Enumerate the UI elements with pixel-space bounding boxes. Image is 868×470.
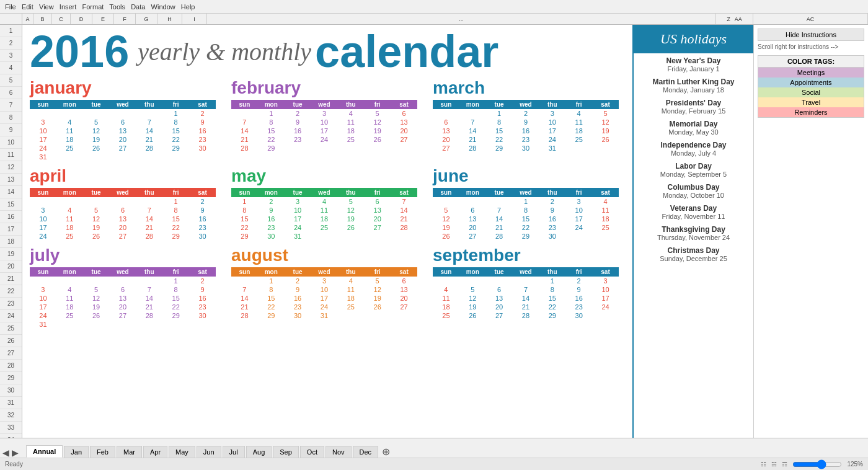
hide-instructions-button[interactable]: Hide Instructions: [758, 29, 864, 41]
scroll-right-text: Scroll right for instructions -->: [758, 43, 864, 50]
holiday-labor-date: Monday, September 5: [640, 171, 747, 178]
calendar-word-display: calendar: [315, 29, 498, 74]
month-june-name: june: [433, 166, 619, 186]
tab-apr[interactable]: Apr: [143, 446, 167, 458]
color-tag-reminders: Reminders: [758, 107, 864, 117]
col-header-z: Z AA: [716, 14, 753, 24]
col-header-d: D: [71, 14, 92, 24]
month-april: april sunmontuewedthufrisat 12 3456789 1…: [30, 166, 216, 241]
holiday-veterans-date: Friday, November 11: [640, 213, 747, 220]
color-tag-appointments: Appointments: [758, 78, 864, 87]
month-march-name: march: [433, 78, 619, 98]
tab-aug[interactable]: Aug: [246, 446, 272, 458]
month-april-name: april: [30, 166, 216, 186]
color-tags-section: COLOR TAGS: Meetings Appointments Social…: [758, 55, 864, 118]
holiday-independence: Independence Day Monday, July 4: [640, 141, 747, 157]
menu-bar: File Edit View Insert Format Tools Data …: [0, 0, 868, 14]
tab-jan[interactable]: Jan: [64, 446, 89, 458]
holiday-memorial: Memorial Day Monday, May 30: [640, 120, 747, 136]
holiday-memorial-date: Monday, May 30: [640, 128, 747, 136]
col-header-i: I: [182, 14, 207, 24]
col-header-rest: ...: [207, 14, 716, 24]
month-january: january sunmontuewedthufrisat 12 3456789…: [30, 78, 216, 161]
month-march-table: sunmontuewedthufrisat 12345 6789101112 1…: [433, 100, 619, 153]
holiday-columbus: Columbus Day Monday, October 10: [640, 183, 747, 199]
holiday-independence-date: Monday, July 4: [640, 149, 747, 157]
tab-annual[interactable]: Annual: [26, 445, 63, 458]
tab-dec[interactable]: Dec: [353, 446, 379, 458]
color-tag-meetings: Meetings: [758, 68, 864, 78]
holiday-christmas: Christmas Day Sunday, December 25: [640, 246, 747, 262]
month-september-table: sunmontuewedthufrisat 123 45678910 11121…: [433, 267, 619, 320]
ready-status: Ready: [5, 461, 23, 468]
tab-nov[interactable]: Nov: [326, 446, 352, 458]
holiday-veterans: Veterans Day Friday, November 11: [640, 204, 747, 220]
tab-may[interactable]: May: [169, 446, 195, 458]
month-january-name: january: [30, 78, 216, 98]
holiday-columbus-date: Monday, October 10: [640, 192, 747, 199]
holiday-new-years-name: New Year's Day: [640, 56, 747, 65]
add-sheet-button[interactable]: ⊕: [382, 446, 390, 458]
tab-jul[interactable]: Jul: [223, 446, 245, 458]
month-may-name: may: [231, 166, 417, 186]
zoom-display: 125%: [847, 461, 863, 468]
calendar-main: 2016 yearly & monthly calendar january s…: [22, 25, 632, 438]
spreadsheet-wrapper: File Edit View Insert Format Tools Data …: [0, 0, 868, 470]
row-numbers: 1 2 3 4 5 6 7 8 9 10 11 12 13 14 15 16 1…: [0, 25, 22, 438]
month-may-table: sunmontuewedthufrisat 1234567 8910111213…: [231, 188, 417, 241]
holiday-new-years: New Year's Day Friday, January 1: [640, 56, 747, 73]
month-july-name: july: [30, 246, 216, 265]
holiday-mlk-name: Martin Luther King Day: [640, 78, 747, 86]
file-menu[interactable]: File Edit View Insert Format Tools Data …: [5, 3, 195, 11]
tab-sep[interactable]: Sep: [273, 446, 299, 458]
holiday-presidents: Presidents' Day Monday, February 15: [640, 99, 747, 115]
holiday-mlk: Martin Luther King Day Monday, January 1…: [640, 78, 747, 94]
month-june-table: sunmontuewedthufrisat 1234 567891011 121…: [433, 188, 619, 241]
holiday-presidents-date: Monday, February 15: [640, 107, 747, 115]
year-display: 2016: [30, 29, 129, 74]
month-may: may sunmontuewedthufrisat 1234567 891011…: [231, 166, 417, 241]
holiday-thanksgiving: Thanksgiving Day Thursday, November 24: [640, 225, 747, 241]
holiday-christmas-date: Sunday, December 25: [640, 255, 747, 262]
month-august-name: august: [231, 246, 417, 265]
page-break-icon[interactable]: ☶: [782, 461, 787, 468]
holiday-veterans-name: Veterans Day: [640, 204, 747, 213]
month-february-name: february: [231, 78, 417, 98]
tab-feb[interactable]: Feb: [90, 446, 115, 458]
month-february-table: sunmontuewedthufrisat 123456 78910111213…: [231, 100, 417, 153]
holidays-title: US holidays: [640, 31, 747, 47]
zoom-slider[interactable]: [792, 459, 842, 469]
col-header-a: A: [22, 14, 33, 24]
subtitle-display: yearly & monthly: [138, 37, 311, 66]
holiday-columbus-name: Columbus Day: [640, 183, 747, 192]
month-march: march sunmontuewedthufrisat 12345 678910…: [433, 78, 619, 161]
instructions-panel: Hide Instructions Scroll right for instr…: [753, 25, 868, 438]
holidays-panel: US holidays New Year's Day Friday, Janua…: [632, 25, 753, 438]
col-header-b: B: [33, 14, 52, 24]
col-header-c: C: [52, 14, 71, 24]
tab-scroll-left[interactable]: ◀: [2, 448, 9, 458]
month-august-table: sunmontuewedthufrisat 123456 78910111213…: [231, 267, 417, 320]
col-header-e: E: [92, 14, 114, 24]
page-view-icon[interactable]: ☵: [771, 461, 777, 468]
col-header-g: G: [136, 14, 157, 24]
months-grid: january sunmontuewedthufrisat 12 3456789…: [30, 78, 625, 329]
holiday-new-years-date: Friday, January 1: [640, 65, 747, 73]
holidays-header: US holidays: [634, 25, 753, 53]
tab-scroll-right[interactable]: ▶: [12, 448, 19, 458]
color-tags-header: COLOR TAGS:: [758, 56, 864, 68]
holidays-list: New Year's Day Friday, January 1 Martin …: [634, 53, 753, 270]
tab-oct[interactable]: Oct: [300, 446, 324, 458]
color-tag-social: Social: [758, 87, 864, 97]
holiday-independence-name: Independence Day: [640, 141, 747, 149]
holiday-thanksgiving-date: Thursday, November 24: [640, 234, 747, 241]
month-september-name: september: [433, 246, 619, 265]
holiday-labor-name: Labor Day: [640, 162, 747, 171]
month-august: august sunmontuewedthufrisat 123456 7891…: [231, 246, 417, 329]
grid-view-icon[interactable]: ☷: [761, 461, 766, 468]
month-july-table: sunmontuewedthufrisat 12 3456789 1011121…: [30, 267, 216, 329]
holiday-christmas-name: Christmas Day: [640, 246, 747, 255]
tab-jun[interactable]: Jun: [197, 446, 221, 458]
holiday-mlk-date: Monday, January 18: [640, 86, 747, 94]
tab-mar[interactable]: Mar: [117, 446, 142, 458]
